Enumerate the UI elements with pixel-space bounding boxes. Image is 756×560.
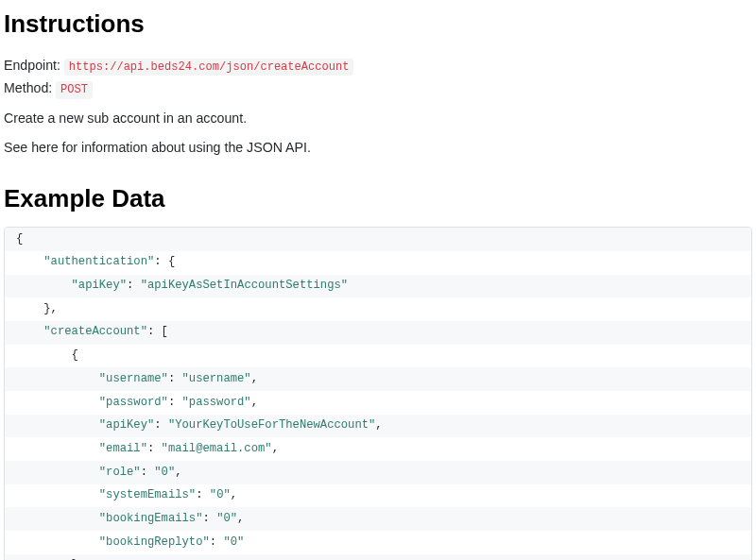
code-line: "authentication": { xyxy=(5,251,751,275)
code-line: "password": "password", xyxy=(5,391,751,415)
method-line: Method: POST xyxy=(4,78,752,98)
code-line: }, xyxy=(5,297,751,321)
code-line: { xyxy=(5,345,751,368)
endpoint-line: Endpoint: https://api.beds24.com/json/cr… xyxy=(4,56,752,76)
method-label: Method: xyxy=(4,80,52,95)
code-line: "bookingEmails": "0", xyxy=(5,507,751,531)
code-line: } xyxy=(5,554,751,560)
code-line: "apiKey": "apiKeyAsSetInAccountSettings" xyxy=(5,275,751,298)
endpoint-value: https://api.beds24.com/json/createAccoun… xyxy=(64,59,353,76)
code-line: { xyxy=(5,228,751,251)
code-line: "systemEmails": "0", xyxy=(5,484,751,508)
description-2: See here for information about using the… xyxy=(4,138,752,158)
code-line: "role": "0", xyxy=(5,461,751,484)
heading-instructions: Instructions xyxy=(4,6,752,42)
code-line: "createAccount": [ xyxy=(5,321,751,345)
method-value: POST xyxy=(56,81,93,99)
code-line: "bookingReplyto": "0" xyxy=(5,531,751,554)
code-block: { "authentication": { "apiKey": "apiKeyA… xyxy=(4,227,752,560)
code-line: "email": "mail@email.com", xyxy=(5,437,751,461)
endpoint-label: Endpoint: xyxy=(4,58,60,73)
description-1: Create a new sub account in an account. xyxy=(4,109,752,128)
code-line: "username": "username", xyxy=(5,367,751,391)
code-line: "apiKey": "YourKeyToUseForTheNewAccount"… xyxy=(5,415,751,438)
heading-example-data: Example Data xyxy=(4,180,752,217)
